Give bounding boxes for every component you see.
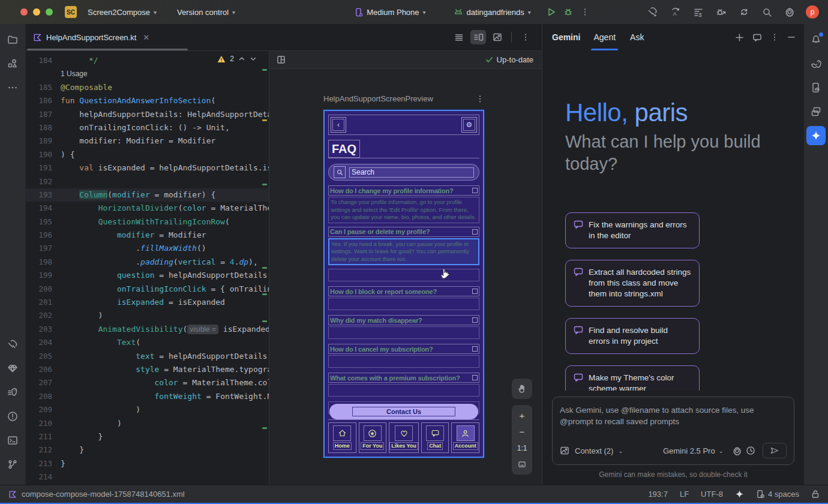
device-selector[interactable]: Medium Phone ▾ — [348, 4, 431, 20]
more-run-options-button[interactable] — [577, 4, 593, 20]
code-line[interactable]: 191 val isExpanded = helpAndSupportDetai… — [26, 161, 269, 175]
suggestion-card[interactable]: Fix the warnings and errors in the edito… — [565, 212, 700, 248]
tab-helpandsupportscreen[interactable]: HelpAndSupportScreen.kt ✕ — [26, 24, 157, 50]
code-line[interactable]: 197 .fillMaxWidth() — [26, 242, 269, 255]
code-line[interactable]: 194 HorizontalDivider(color = MaterialTh… — [26, 202, 269, 215]
faq-expand-icon[interactable] — [472, 229, 478, 235]
code-line[interactable]: 209 ) — [26, 403, 269, 416]
preview-phone-frame[interactable]: ‹ ⚙ FAQ Search — [323, 110, 484, 458]
running-devices-icon[interactable] — [806, 78, 826, 97]
gemini-status-icon[interactable] — [735, 490, 744, 499]
overview-ruler[interactable] — [260, 51, 269, 485]
design-view-toggle[interactable] — [490, 30, 505, 44]
code-line[interactable]: 205 text = helpAndSupportDetails.answer — [26, 350, 269, 363]
prompt-history-icon[interactable] — [746, 446, 755, 455]
code-line[interactable]: 211 } — [26, 430, 269, 443]
editor-options-icon[interactable] — [518, 30, 533, 44]
faq-question-row[interactable]: How do I cancel my subscription? — [328, 344, 479, 354]
indent-widget[interactable]: 4 spaces — [756, 490, 799, 499]
suggestion-card[interactable]: Extract all hardcoded strings from this … — [565, 260, 700, 307]
inspection-widget[interactable]: 2 — [217, 55, 257, 63]
ai-transform-icon[interactable]: A — [667, 4, 684, 20]
pan-tool-button[interactable] — [512, 379, 532, 399]
attach-debugger-icon[interactable] — [713, 4, 730, 20]
code-line[interactable]: 187 helpAndSupportDetails: HelpAndSuppor… — [26, 108, 269, 121]
code-view-toggle[interactable] — [451, 30, 467, 44]
line-separator[interactable]: LF — [680, 490, 689, 499]
code-editor[interactable]: 184 */1 Usage185@Composable186fun Questi… — [26, 51, 269, 485]
profiler-icon[interactable]: $ — [690, 4, 707, 20]
search-everywhere-icon[interactable] — [758, 4, 775, 20]
faq-question-row[interactable]: Can I pause or delete my profile? — [328, 227, 479, 237]
faq-expand-icon[interactable] — [472, 346, 478, 352]
code-line[interactable]: 206 style = MaterialTheme.typography — [26, 363, 269, 376]
close-tab-icon[interactable]: ✕ — [143, 33, 149, 42]
code-line[interactable]: 204 Text( — [26, 336, 269, 349]
nav-item-account[interactable]: Account — [451, 422, 479, 453]
problems-icon[interactable] — [3, 407, 22, 426]
gradle-icon[interactable] — [806, 54, 826, 73]
code-line[interactable]: 208 fontWeight = FontWeight.Medium — [26, 390, 269, 403]
terminal-icon[interactable] — [3, 431, 22, 450]
zoom-to-fit-button[interactable] — [512, 456, 532, 472]
code-line[interactable]: 207 color = MaterialTheme.colorScheme — [26, 376, 269, 389]
gemini-tool-icon[interactable] — [806, 126, 826, 145]
faq-expand-icon[interactable] — [472, 289, 478, 294]
logcat-icon[interactable] — [3, 383, 22, 402]
nav-item-likes-you[interactable]: Likes You — [389, 422, 419, 453]
code-line[interactable]: 210 ) — [26, 417, 269, 430]
device-explorer-icon[interactable] — [806, 102, 826, 121]
settings-icon[interactable] — [781, 4, 798, 20]
zoom-actual-size-button[interactable]: 1:1 — [512, 440, 532, 456]
chat-history-icon[interactable] — [752, 33, 762, 42]
caret-position[interactable]: 193:7 — [648, 490, 668, 499]
gemini-settings-icon[interactable] — [732, 446, 742, 456]
suggestion-card[interactable]: Find and resolve build errors in my proj… — [565, 318, 700, 354]
code-line[interactable]: 196 modifier = Modifier — [26, 229, 269, 242]
preview-layout-icon[interactable] — [277, 55, 286, 65]
attach-image-icon[interactable] — [560, 446, 570, 455]
faq-expand-icon[interactable] — [472, 375, 478, 380]
preview-canvas[interactable]: HelpAndSupportScreenPreview ‹ ⚙ FAQ — [269, 69, 542, 485]
code-line[interactable]: 200 onTrailingIconClick = { onTrailingIc… — [26, 283, 269, 296]
debug-button[interactable] — [560, 4, 577, 20]
prev-warning-icon[interactable] — [238, 55, 245, 62]
version-control-icon[interactable] — [3, 455, 22, 474]
back-button[interactable]: ‹ — [331, 117, 346, 133]
app-quality-insights-icon[interactable] — [3, 359, 22, 378]
preview-options-icon[interactable] — [476, 95, 484, 103]
status-file-path[interactable]: compose-compose-model-1758748140651.xml — [22, 490, 185, 499]
new-chat-icon[interactable] — [735, 33, 744, 42]
close-window-button[interactable] — [20, 8, 28, 16]
model-selector[interactable]: Gemini 2.5 Pro — [663, 446, 715, 455]
project-selector[interactable]: Screen2Compose ▾ — [82, 4, 163, 20]
code-line[interactable]: 188 onTrailingIconClick: () -> Unit, — [26, 121, 269, 134]
settings-button[interactable]: ⚙ — [461, 117, 477, 133]
code-line[interactable]: 192 — [26, 175, 269, 188]
gemini-input-box[interactable]: Ask Gemini, use @filename to attach sour… — [552, 397, 794, 465]
code-line[interactable]: 215/** — [26, 484, 269, 485]
zoom-in-button[interactable]: + — [512, 407, 532, 424]
code-line[interactable]: 201 isExpanded = isExpanded — [26, 296, 269, 309]
run-button[interactable] — [543, 4, 560, 20]
faq-question-row[interactable]: How do I change my profile information? — [328, 185, 479, 196]
resource-manager-icon[interactable] — [3, 54, 22, 73]
code-line[interactable]: 193 Column(modifier = modifier) { — [26, 188, 269, 202]
context-selector[interactable]: Context (2) — [575, 446, 613, 455]
more-tool-windows-icon[interactable] — [3, 78, 22, 97]
gradle-sync-icon[interactable] — [736, 4, 752, 20]
notifications-icon[interactable] — [806, 30, 826, 49]
code-line[interactable]: 190) { — [26, 148, 269, 161]
tab-scrollbar[interactable] — [27, 49, 188, 50]
file-encoding[interactable]: UTF-8 — [701, 490, 723, 499]
code-line[interactable]: 199 question = helpAndSupportDetails.que… — [26, 269, 269, 282]
faq-expand-icon[interactable] — [472, 317, 478, 323]
next-warning-icon[interactable] — [250, 55, 257, 62]
tab-ask[interactable]: Ask — [630, 24, 644, 50]
code-line[interactable]: 203 AnimatedVisibility(visible = isExpan… — [26, 323, 269, 336]
code-line[interactable]: 214 — [26, 470, 269, 484]
code-line[interactable]: 202 ) — [26, 309, 269, 322]
code-usage-hint[interactable]: 1 Usage — [26, 67, 269, 80]
hide-panel-icon[interactable] — [787, 33, 796, 41]
code-line[interactable]: 212 } — [26, 443, 269, 457]
